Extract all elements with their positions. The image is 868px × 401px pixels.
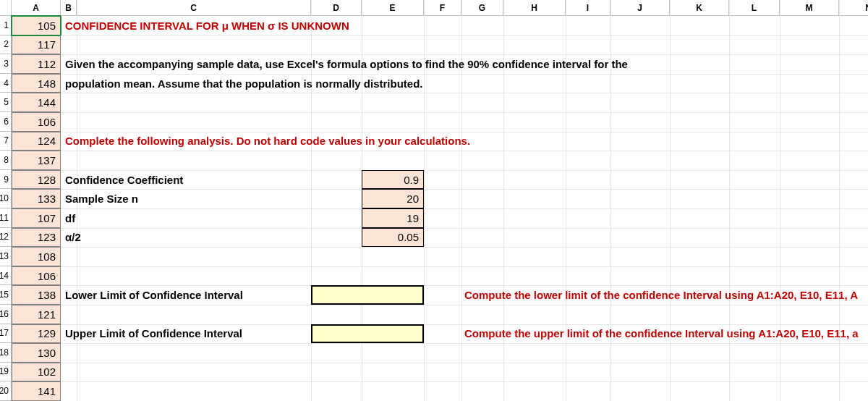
alpha-half-label: α/2: [65, 228, 81, 248]
row-header[interactable]: 15: [0, 285, 12, 305]
analysis-instruction: Complete the following analysis. Do not …: [65, 132, 470, 151]
upper-limit-hint: Compute the upper limit of the confidenc…: [464, 324, 859, 344]
lower-limit-hint: Compute the lower limit of the confidenc…: [464, 285, 858, 305]
corner-cell: [0, 0, 12, 16]
cell-A2[interactable]: 117: [12, 35, 61, 55]
row-header[interactable]: 14: [0, 266, 12, 286]
row-header[interactable]: 19: [0, 363, 12, 382]
row-header[interactable]: 13: [0, 247, 12, 266]
row-header[interactable]: 20: [0, 381, 12, 401]
row-header[interactable]: 4: [0, 74, 12, 93]
cell-A16[interactable]: 121: [12, 305, 61, 324]
cell-A14[interactable]: 106: [12, 266, 61, 286]
cell-A9[interactable]: 128: [12, 170, 61, 190]
cell-A5[interactable]: 144: [12, 93, 61, 112]
row-header[interactable]: 7: [0, 132, 12, 151]
cell-A20[interactable]: 141: [12, 381, 61, 401]
cell-A12[interactable]: 123: [12, 228, 61, 248]
row-header[interactable]: 8: [0, 151, 12, 170]
row-header[interactable]: 2: [0, 35, 12, 55]
row-header[interactable]: 16: [0, 305, 12, 324]
row-header[interactable]: 6: [0, 112, 12, 132]
cell-A13[interactable]: 108: [12, 247, 61, 266]
alpha-half-cell[interactable]: 0.05: [362, 228, 424, 248]
df-label: df: [65, 208, 75, 228]
confidence-coefficient-cell[interactable]: 0.9: [362, 170, 424, 190]
sample-size-label: Sample Size n: [65, 189, 138, 208]
upper-limit-label: Upper Limit of Confidence Interval: [65, 324, 242, 344]
cell-A8[interactable]: 137: [12, 151, 61, 170]
row-header[interactable]: 3: [0, 54, 12, 74]
row-header[interactable]: 17: [0, 324, 12, 344]
row-header[interactable]: 12: [0, 228, 12, 248]
row-header[interactable]: 11: [0, 208, 12, 228]
row-header[interactable]: 1: [0, 16, 12, 35]
column-A: A 105 117 112 148 144 106 124 137 128 13…: [12, 0, 61, 401]
cell-A18[interactable]: 130: [12, 343, 61, 363]
cell-A3[interactable]: 112: [12, 54, 61, 74]
cell-A6[interactable]: 106: [12, 112, 61, 132]
confidence-coefficient-label: Confidence Coefficient: [65, 170, 183, 190]
cell-A1[interactable]: 105: [12, 16, 61, 35]
row-header[interactable]: 10: [0, 189, 12, 208]
row-number-gutter: 1 2 3 4 5 6 7 8 9 10 11 12 13 14 15 16 1…: [0, 0, 12, 401]
sample-size-cell[interactable]: 20: [362, 189, 424, 208]
row-header[interactable]: 9: [0, 170, 12, 190]
lower-limit-label: Lower Limit of Confidence Interval: [65, 285, 243, 305]
cell-A7[interactable]: 124: [12, 132, 61, 151]
worksheet-title: CONFIDENCE INTERVAL FOR μ WHEN σ IS UNKN…: [65, 16, 349, 35]
problem-prompt-line1: Given the accompanying sample data, use …: [65, 54, 628, 74]
col-header-A[interactable]: A: [12, 0, 61, 16]
row-header[interactable]: 18: [0, 343, 12, 363]
cell-A17[interactable]: 129: [12, 324, 61, 344]
cell-A10[interactable]: 133: [12, 189, 61, 208]
cell-A4[interactable]: 148: [12, 74, 61, 93]
cell-A19[interactable]: 102: [12, 363, 61, 382]
df-cell[interactable]: 19: [362, 208, 424, 228]
problem-prompt-line2: population mean. Assume that the populat…: [65, 74, 422, 93]
row-header[interactable]: 5: [0, 93, 12, 112]
upper-limit-answer-cell[interactable]: [311, 324, 424, 344]
cell-A15[interactable]: 138: [12, 285, 61, 305]
cell-A11[interactable]: 107: [12, 208, 61, 228]
lower-limit-answer-cell[interactable]: [311, 285, 424, 305]
